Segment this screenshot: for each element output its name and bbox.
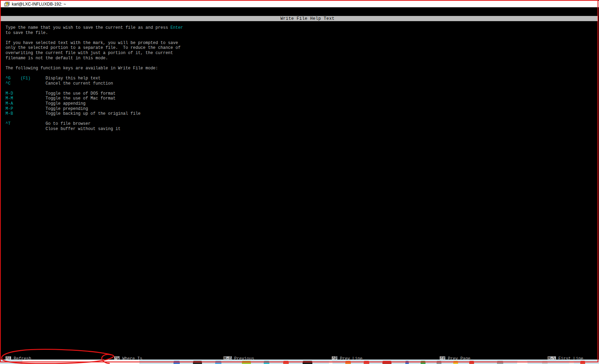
windows-taskbar[interactable]	[0, 359, 599, 364]
taskbar-icon[interactable]	[364, 361, 369, 364]
taskbar-icon[interactable]	[382, 361, 391, 364]
key-shortcut-text: ^C	[6, 81, 10, 86]
help-line: M-A Toggle appending	[6, 101, 183, 106]
help-line: only the selected portion to a separate …	[6, 45, 183, 51]
taskbar-icon[interactable]	[542, 361, 548, 364]
key-shortcut-text: ^T	[6, 121, 10, 126]
key-shortcut-text: M-M	[6, 96, 13, 101]
putty-icon	[4, 2, 10, 7]
nano-header-title: Write File Help Text	[280, 16, 335, 21]
taskbar-icon[interactable]	[329, 361, 332, 364]
help-line	[6, 86, 183, 91]
help-line: overwriting the current file with just a…	[6, 51, 183, 56]
nano-header-bar: Write File Help Text	[1, 16, 598, 21]
nano-help-text: Type the name that you wish to save the …	[6, 25, 183, 131]
help-line: ^C Cancel the current function	[6, 81, 183, 86]
key-shortcut-text: (F1)	[20, 76, 31, 81]
help-line	[6, 35, 183, 41]
help-line: ^G (F1) Display this help text	[6, 76, 183, 81]
help-line: Type the name that you wish to save the …	[6, 25, 183, 31]
key-shortcut-text: M-A	[6, 101, 13, 106]
help-line: ^T Go to file browser	[6, 121, 183, 127]
key-shortcut-text: M-D	[6, 91, 13, 96]
help-line	[6, 71, 183, 76]
help-line: Close buffer without saving it	[6, 127, 183, 132]
taskbar-icon[interactable]	[193, 361, 202, 364]
taskbar-icon[interactable]	[215, 361, 221, 364]
taskbar-icon[interactable]	[283, 361, 289, 364]
taskbar-icon[interactable]	[580, 361, 585, 364]
help-line: filename is not the default in this mode…	[6, 56, 183, 61]
taskbar-icon[interactable]	[497, 361, 503, 364]
taskbar-search-box[interactable]	[22, 360, 140, 364]
help-line	[6, 116, 183, 122]
taskbar-icon[interactable]	[405, 361, 409, 364]
help-line: The following function keys are availabl…	[6, 66, 183, 71]
screen: karl@LXC-INFLUXDB-192: ~ Write File Help…	[0, 0, 599, 364]
taskbar-icon[interactable]	[264, 361, 269, 364]
help-line: If you have selected text with the mark,…	[6, 41, 183, 46]
help-line: to save the file.	[6, 31, 183, 36]
key-shortcut-text: M-P	[6, 106, 13, 111]
taskbar-icon[interactable]	[345, 361, 351, 364]
window-title-bar[interactable]: karl@LXC-INFLUXDB-192: ~	[0, 1, 599, 7]
help-line: M-D Toggle the use of DOS format	[6, 91, 183, 96]
key-shortcut-text: M-B	[6, 111, 13, 116]
key-shortcut-text: ^G	[6, 76, 10, 81]
help-line: M-P Toggle prepending	[6, 106, 183, 112]
key-shortcut-text: Enter	[170, 25, 183, 30]
help-line	[6, 61, 183, 66]
window-title: karl@LXC-INFLUXDB-192: ~	[12, 2, 66, 7]
taskbar-icon[interactable]	[174, 361, 180, 364]
terminal-screen[interactable]: Write File Help Text Type the name that …	[0, 7, 599, 359]
taskbar-icon[interactable]	[421, 361, 425, 364]
taskbar-icon[interactable]	[303, 361, 312, 364]
taskbar-icon[interactable]	[453, 361, 458, 364]
help-line: M-B Toggle backing up of the original fi…	[6, 111, 183, 116]
taskbar-icon[interactable]	[242, 361, 251, 364]
taskbar-icon[interactable]	[469, 361, 474, 364]
taskbar-icon[interactable]	[569, 361, 574, 364]
taskbar-icon[interactable]	[517, 361, 528, 364]
taskbar-icon[interactable]	[437, 361, 441, 364]
help-line: M-M Toggle the use of Mac format	[6, 96, 183, 101]
